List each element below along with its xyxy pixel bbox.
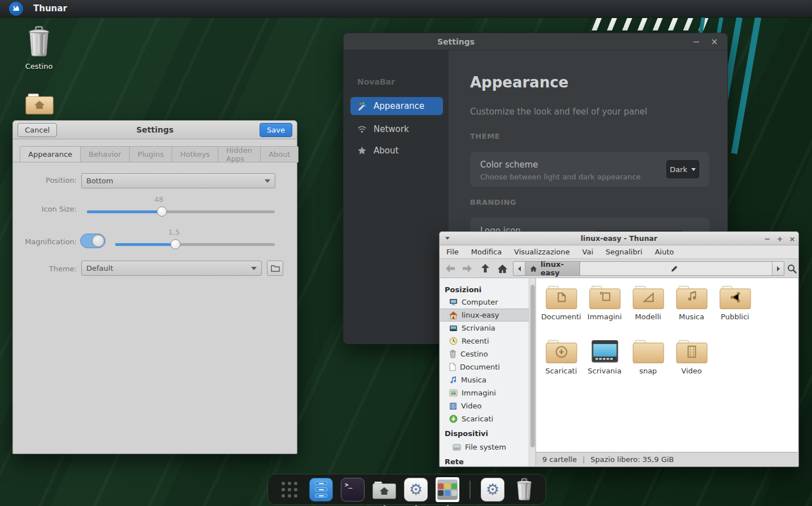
file-label: Pubblici xyxy=(713,313,757,321)
sidebar-item-about[interactable]: About xyxy=(350,142,443,160)
file-label: Documenti xyxy=(539,313,583,321)
menu-vai[interactable]: Vai xyxy=(582,248,593,256)
menu-segnalibri[interactable]: Segnalibri xyxy=(605,248,642,256)
tab-appearance[interactable]: Appearance xyxy=(20,146,81,162)
download-icon xyxy=(449,415,458,423)
theme-dropdown[interactable]: Default xyxy=(81,261,262,276)
color-scheme-dropdown[interactable]: Dark xyxy=(666,160,699,178)
path-button-current[interactable]: linux-easy xyxy=(525,262,580,275)
menu-visualizzazione[interactable]: Visualizzazione xyxy=(514,248,570,256)
status-divider: | xyxy=(582,455,585,464)
sidebar-item-appearance[interactable]: Appearance xyxy=(350,97,443,115)
home-icon xyxy=(449,311,458,319)
sidebar-item-scaricati[interactable]: Scaricati xyxy=(440,412,529,425)
menu-file[interactable]: File xyxy=(446,248,459,256)
dock-settings-manager-icon[interactable] xyxy=(436,478,459,501)
status-free-space: Spazio libero: 35,9 GiB xyxy=(591,455,674,464)
file-item-pubblici[interactable]: Pubblici xyxy=(713,284,757,338)
maximize-icon[interactable]: + xyxy=(774,232,786,245)
sidebar-item-linux-easy[interactable]: linux-easy xyxy=(440,309,529,322)
trash-icon xyxy=(515,478,534,501)
window-menu-icon[interactable] xyxy=(445,237,450,240)
theme-browse-button[interactable] xyxy=(267,261,283,276)
settings-manager-icon xyxy=(436,477,459,502)
dock-app-grid-icon[interactable] xyxy=(278,478,301,501)
slider-knob[interactable] xyxy=(157,206,167,217)
file-label: Musica xyxy=(670,313,713,321)
sidebar-item-label: Computer xyxy=(462,298,498,306)
menu-modifica[interactable]: Modifica xyxy=(471,248,502,256)
path-scroll-left-button[interactable] xyxy=(513,262,525,275)
close-icon[interactable]: × xyxy=(708,36,721,48)
app-grid-icon xyxy=(279,479,300,500)
file-item-scrivania[interactable]: Scrivania xyxy=(583,338,626,392)
path-edit-button[interactable] xyxy=(670,262,682,275)
gear-icon: ⚙ xyxy=(404,478,428,501)
sidebar-item-file-system[interactable]: File system xyxy=(440,441,529,454)
sidebar-item-recenti[interactable]: Recenti xyxy=(440,335,529,347)
file-item-immagini[interactable]: Immagini xyxy=(583,284,626,338)
scrollbar-thumb[interactable] xyxy=(530,285,535,447)
desktop-icon-label: Cestino xyxy=(19,62,59,71)
desktop-trash-icon[interactable]: Cestino xyxy=(19,25,59,71)
novabar-titlebar[interactable]: Settings − × xyxy=(344,33,727,50)
slider-knob[interactable] xyxy=(170,239,181,249)
tab-about[interactable]: About xyxy=(261,146,299,162)
window-title: Settings xyxy=(136,125,173,134)
file-item-video[interactable]: Video xyxy=(670,338,713,392)
sidebar-item-label: Recenti xyxy=(462,337,489,345)
minimize-icon[interactable]: − xyxy=(761,232,774,245)
back-button[interactable] xyxy=(444,262,457,275)
tab-behavior[interactable]: Behavior xyxy=(81,146,130,162)
file-item-musica[interactable]: Musica xyxy=(670,284,713,338)
sidebar-item-computer[interactable]: Computer xyxy=(440,296,529,309)
sidebar-scrollbar[interactable] xyxy=(529,278,536,466)
cancel-button[interactable]: Cancel xyxy=(17,123,57,137)
path-scroll-right-button[interactable] xyxy=(772,262,784,275)
sidebar-item-documenti[interactable]: Documenti xyxy=(440,360,529,373)
sidebar-item-network[interactable]: Network xyxy=(350,120,443,138)
file-item-modelli[interactable]: Modelli xyxy=(626,284,670,338)
sidebar-item-video[interactable]: Video xyxy=(440,399,529,412)
dock-home-folder-icon[interactable] xyxy=(372,478,396,501)
sidebar-item-immagini[interactable]: Immagini xyxy=(440,386,529,399)
home-button[interactable] xyxy=(496,262,508,275)
position-dropdown[interactable]: Bottom xyxy=(81,173,275,188)
dock-terminal-icon[interactable]: >_ xyxy=(341,478,365,501)
tab-hotkeys[interactable]: Hotkeys xyxy=(172,146,218,162)
forward-button[interactable] xyxy=(461,262,473,275)
slider-fill xyxy=(87,210,162,213)
home-icon xyxy=(530,265,537,272)
thunar-titlebar[interactable]: linux-easy - Thunar − + × xyxy=(440,232,798,245)
desktop-home-folder-icon[interactable] xyxy=(25,91,54,117)
magnification-toggle[interactable] xyxy=(80,234,106,248)
distro-logo-icon[interactable] xyxy=(9,2,23,16)
up-button[interactable] xyxy=(479,262,491,275)
file-label: Video xyxy=(670,367,713,375)
file-label: Immagini xyxy=(583,313,626,321)
file-item-snap[interactable]: snap xyxy=(626,338,670,392)
paintbrush-icon xyxy=(357,102,367,111)
tab-hidden-apps[interactable]: Hidden Apps xyxy=(218,146,261,162)
dock-settings-gear-icon[interactable]: ⚙ xyxy=(404,478,428,501)
drive-icon xyxy=(453,444,461,451)
icon-size-slider[interactable] xyxy=(87,206,275,217)
magnification-slider[interactable] xyxy=(115,239,275,249)
close-icon[interactable]: × xyxy=(786,232,798,245)
sidebar-item-cestino[interactable]: Cestino xyxy=(440,347,529,360)
home-folder-icon xyxy=(372,479,396,500)
dock-trash-icon[interactable] xyxy=(512,478,536,501)
dock-settings-gear-icon-2[interactable]: ⚙ xyxy=(481,478,504,501)
sidebar-item-scrivania[interactable]: Scrivania xyxy=(440,322,529,335)
tab-plugins[interactable]: Plugins xyxy=(130,146,173,162)
save-button[interactable]: Save xyxy=(260,123,292,137)
sidebar-item-musica[interactable]: Musica xyxy=(440,373,529,386)
dock-file-cabinet-icon[interactable] xyxy=(309,478,333,501)
file-item-scaricati[interactable]: Scaricati xyxy=(539,338,583,392)
thunar-file-pane[interactable]: Documenti Immagini Modelli Musica Pubbli… xyxy=(536,278,798,466)
menu-aiuto[interactable]: Aiuto xyxy=(655,248,674,256)
minimize-icon[interactable]: − xyxy=(690,36,703,48)
file-item-documenti[interactable]: Documenti xyxy=(539,284,583,338)
search-button[interactable] xyxy=(785,262,798,275)
panel-settings-titlebar[interactable]: Cancel Settings Save xyxy=(13,121,297,139)
